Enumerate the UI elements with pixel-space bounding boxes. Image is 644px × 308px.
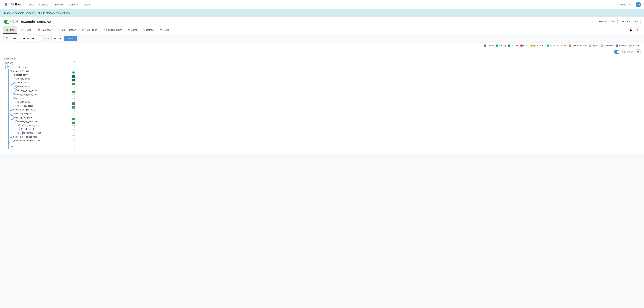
node-dag[interactable]: [DAG] xyxy=(4,61,68,65)
run-button[interactable]: ▶ xyxy=(628,27,634,33)
user-avatar[interactable]: AA xyxy=(636,2,641,8)
status-row-16[interactable] xyxy=(72,132,640,136)
node-create-entry-gcs[interactable]: create_entry_gcs xyxy=(4,69,68,73)
node-lookup-entry-result[interactable]: lookup_entry_result xyxy=(4,89,68,92)
nav-security[interactable]: Security ▾ xyxy=(37,2,52,7)
node-circle-18 xyxy=(16,132,18,134)
status-row-15[interactable] xyxy=(72,129,640,132)
time-chevron: ▾ xyxy=(632,4,634,6)
status-row-13[interactable] xyxy=(72,121,640,125)
up-for-reschedule-dot xyxy=(547,45,549,47)
status-dag[interactable] xyxy=(72,71,75,74)
status-lookup-entry-result[interactable] xyxy=(72,98,75,101)
node-lookup-entry[interactable]: lookup_entry xyxy=(4,81,68,85)
status-row-8[interactable] xyxy=(72,102,640,105)
node-get-entry[interactable]: get_entry xyxy=(4,96,68,100)
nav-dags[interactable]: DAGs xyxy=(26,2,36,7)
status-create-entry-gcs[interactable] xyxy=(72,79,75,82)
tab-code[interactable]: <> Code xyxy=(157,26,172,34)
node-delete-entry-2[interactable]: delete_entry xyxy=(4,85,68,89)
status-row-9[interactable] xyxy=(72,105,640,109)
status-row-19[interactable] xyxy=(72,144,640,148)
node-delete-entry-group[interactable]: delete_entry_group xyxy=(4,123,68,127)
status-row-12[interactable] xyxy=(72,117,640,121)
schedule-button[interactable]: Schedule: None xyxy=(596,19,618,24)
node-get-tag-template-result[interactable]: get_tag_template_result xyxy=(4,131,68,135)
status-delete-entry-3[interactable] xyxy=(72,110,75,112)
status-delete-entry-2[interactable] xyxy=(72,95,75,97)
runs-label: Runs xyxy=(44,37,49,40)
nav-browse[interactable]: Browse ▾ xyxy=(52,2,66,7)
node-delete-entry-1[interactable]: delete_entry xyxy=(4,77,68,81)
calendar-picker-button[interactable]: 📅 xyxy=(4,36,9,41)
node-delete-tag-template[interactable]: delete_tag_template xyxy=(4,119,68,123)
status-delete-tag-template[interactable] xyxy=(72,129,75,132)
status-row-0[interactable] xyxy=(72,71,640,74)
tab-landing-times[interactable]: ✈ Landing Times xyxy=(100,26,125,34)
status-row-10[interactable] xyxy=(72,109,640,113)
status-create-tag-template[interactable] xyxy=(72,122,75,124)
tab-task-duration[interactable]: ⏱ Task Duration xyxy=(55,26,79,34)
node-create-entry-gcs-result2[interactable]: create_entry_gcs_result2 xyxy=(4,108,68,112)
status-get-entry[interactable] xyxy=(72,106,75,109)
status-create-tag-template-field[interactable] xyxy=(72,145,75,147)
delete-button[interactable]: 🗑 xyxy=(636,27,641,33)
node-create-entry-gcs-result[interactable]: create_entry_gcs_result xyxy=(4,92,68,96)
runs-select[interactable]: 25 50 100 xyxy=(51,36,62,41)
status-row-5[interactable] xyxy=(72,90,640,94)
status-row-11[interactable] xyxy=(72,113,640,117)
status-delete-entry-1[interactable] xyxy=(72,87,75,89)
update-button[interactable]: Update xyxy=(64,36,77,41)
node-delete-entry-4[interactable]: delete_entry xyxy=(4,127,68,131)
refresh-button[interactable]: ↻ xyxy=(636,50,640,54)
tab-gantt[interactable]: ≡ Gantt xyxy=(126,26,140,34)
status-delete-entry-group[interactable] xyxy=(72,133,75,136)
status-get-tag-template[interactable] xyxy=(72,125,75,128)
status-create-entry-gcs-result2[interactable] xyxy=(72,118,75,120)
node-create-tag-template-field[interactable]: create_tag_template_field xyxy=(4,135,68,139)
status-row-3[interactable] xyxy=(72,82,640,86)
status-create-entry-group[interactable] xyxy=(72,75,75,78)
tab-task-tries[interactable]: 🔄 Task Tries xyxy=(79,26,100,34)
tab-calendar[interactable]: 📅 Calendar xyxy=(35,26,54,34)
tab-graph[interactable]: 📊 Graph xyxy=(18,26,34,34)
status-row-18[interactable] xyxy=(72,140,640,144)
node-create-entry-group[interactable]: create_entry_group xyxy=(4,65,68,69)
node-update-entry[interactable]: update_entry xyxy=(4,73,68,77)
time-display[interactable]: 16:50 UTC ▾ xyxy=(620,3,634,6)
status-row-6[interactable] xyxy=(72,94,640,98)
node-get-tag-template[interactable]: get_tag_template xyxy=(4,116,68,119)
no-status-dot xyxy=(628,45,631,47)
status-delete-entry-4[interactable] xyxy=(72,137,75,140)
node-create-tag-template[interactable]: create_tag_template xyxy=(4,112,68,116)
brand[interactable]: Airflow xyxy=(3,2,21,8)
node-circle-16 xyxy=(18,124,20,126)
node-update-tag-template-field[interactable]: update_tag_template_field xyxy=(4,139,68,143)
status-row-17[interactable] xyxy=(72,136,640,140)
status-get-tag-template-result[interactable] xyxy=(72,141,75,143)
status-row-20[interactable] xyxy=(72,148,640,152)
nav-docs[interactable]: Docs ▾ xyxy=(80,2,92,7)
dag-toggle[interactable] xyxy=(4,20,10,24)
status-row-1[interactable] xyxy=(72,74,640,78)
alert-close-button[interactable]: × xyxy=(638,12,640,15)
status-row-14[interactable] xyxy=(72,125,640,129)
tab-tree[interactable]: 🌳 Tree xyxy=(3,26,18,34)
airflow-logo xyxy=(3,2,9,8)
node-delete-entry-3[interactable]: delete_entry xyxy=(4,100,68,104)
next-run-button[interactable]: Next Run: None xyxy=(619,19,641,24)
admin-chevron: ▾ xyxy=(77,4,78,6)
status-row-2[interactable] xyxy=(72,78,640,82)
tab-details[interactable]: ⚠ Details xyxy=(140,26,156,34)
node-get-entry-result[interactable]: get_entry_result xyxy=(4,104,68,108)
status-update-entry[interactable] xyxy=(72,83,75,85)
status-update-tag-template-field[interactable] xyxy=(72,149,75,151)
date-input[interactable] xyxy=(10,36,42,41)
status-lookup-entry[interactable] xyxy=(72,91,75,93)
status-row-4[interactable] xyxy=(72,86,640,90)
auto-refresh-toggle[interactable] xyxy=(614,50,620,54)
nav-admin[interactable]: Admin ▾ xyxy=(67,2,80,7)
status-row-7[interactable] xyxy=(72,98,640,102)
status-get-entry-result[interactable] xyxy=(72,114,75,116)
status-create-entry-gcs-result[interactable] xyxy=(72,102,75,105)
